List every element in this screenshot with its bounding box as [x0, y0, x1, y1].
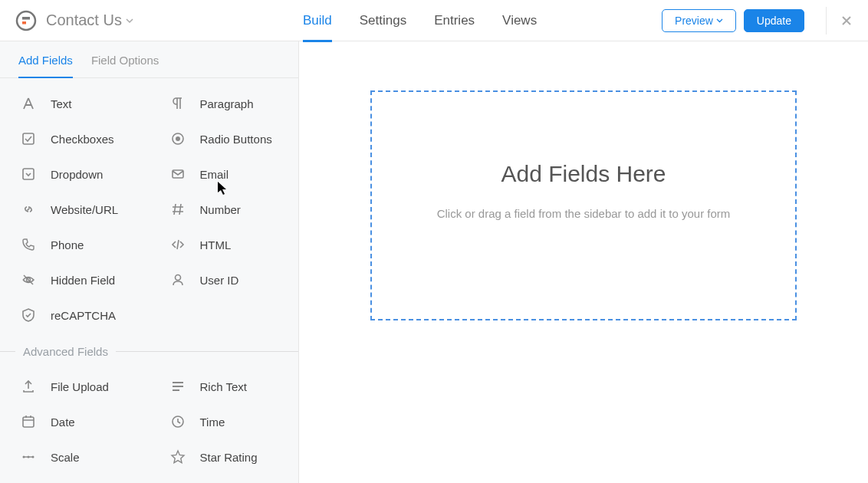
field-text[interactable]: Text — [0, 86, 150, 121]
hidden-icon — [20, 271, 37, 288]
field-website-url[interactable]: Website/URL — [0, 192, 150, 227]
svg-rect-6 — [23, 169, 34, 179]
dropzone-title: Add Fields Here — [501, 161, 666, 187]
tab-settings[interactable]: Settings — [360, 0, 406, 41]
sidebar-tabs: Add Fields Field Options — [0, 41, 298, 78]
clock-icon — [169, 413, 186, 430]
svg-rect-10 — [23, 417, 34, 427]
svg-rect-3 — [23, 133, 34, 144]
dropzone-subtitle: Click or drag a field from the sidebar t… — [437, 207, 731, 220]
svg-rect-7 — [173, 170, 183, 178]
tab-views[interactable]: Views — [502, 0, 537, 41]
field-phone[interactable]: Phone — [0, 227, 150, 262]
field-dropdown[interactable]: Dropdown — [0, 156, 150, 192]
form-canvas: Add Fields Here Click or drag a field fr… — [299, 41, 868, 483]
svg-rect-1 — [22, 17, 30, 20]
upload-icon — [20, 378, 37, 395]
dropdown-icon — [20, 166, 37, 182]
svg-point-0 — [17, 12, 35, 30]
svg-point-9 — [175, 275, 180, 281]
calendar-icon — [20, 413, 37, 430]
form-title-dropdown[interactable]: Contact Us — [46, 12, 134, 29]
field-file-upload[interactable]: File Upload — [0, 369, 150, 404]
richtext-icon — [169, 378, 186, 395]
svg-point-5 — [176, 136, 180, 141]
tab-build[interactable]: Build — [303, 0, 332, 41]
phone-icon — [20, 236, 37, 253]
field-date[interactable]: Date — [0, 404, 150, 439]
shield-icon — [20, 307, 37, 324]
link-icon — [20, 201, 37, 218]
preview-button[interactable]: Preview — [662, 9, 736, 32]
form-title-text: Contact Us — [46, 12, 122, 29]
sidebar-tab-field-options[interactable]: Field Options — [91, 41, 159, 77]
field-number[interactable]: Number — [150, 192, 299, 227]
field-recaptcha[interactable]: reCAPTCHA — [0, 297, 150, 333]
close-icon — [840, 15, 853, 27]
checkbox-icon — [20, 130, 37, 147]
field-user-id[interactable]: User ID — [150, 262, 299, 297]
chevron-down-icon — [125, 16, 134, 25]
field-checkboxes[interactable]: Checkboxes — [0, 121, 150, 156]
caret-down-icon — [716, 17, 723, 24]
header: Contact Us Build Settings Entries Views … — [0, 0, 868, 41]
workspace: Add Fields Field Options Text Paragraph … — [0, 41, 868, 483]
hash-icon — [169, 201, 186, 218]
field-radio-buttons[interactable]: Radio Buttons — [150, 121, 299, 156]
email-icon — [169, 166, 186, 182]
fields-list: Text Paragraph Checkboxes Radio Buttons … — [0, 78, 298, 483]
svg-rect-2 — [22, 21, 26, 25]
paragraph-icon — [169, 95, 186, 112]
field-time[interactable]: Time — [150, 404, 299, 439]
main-tabs: Build Settings Entries Views — [303, 0, 537, 41]
update-button[interactable]: Update — [744, 9, 804, 32]
user-icon — [169, 271, 186, 288]
field-email[interactable]: Email — [150, 156, 299, 192]
close-button[interactable] — [826, 7, 853, 34]
star-icon — [169, 449, 186, 465]
dropzone[interactable]: Add Fields Here Click or drag a field fr… — [370, 90, 797, 320]
field-paragraph[interactable]: Paragraph — [150, 86, 299, 121]
advanced-fields-section: Advanced Fields — [0, 345, 298, 358]
field-scale[interactable]: Scale — [0, 439, 150, 475]
advanced-fields-label: Advanced Fields — [15, 345, 116, 358]
sidebar-tab-add-fields[interactable]: Add Fields — [18, 41, 73, 77]
header-actions: Preview Update — [662, 7, 853, 34]
radio-icon — [169, 130, 186, 147]
field-hidden[interactable]: Hidden Field — [0, 262, 150, 297]
app-logo — [15, 10, 37, 31]
field-star-rating[interactable]: Star Rating — [150, 439, 299, 475]
field-html[interactable]: HTML — [150, 227, 299, 262]
text-icon — [20, 95, 37, 112]
sidebar: Add Fields Field Options Text Paragraph … — [0, 41, 299, 483]
code-icon — [169, 236, 186, 253]
scale-icon — [20, 449, 37, 465]
tab-entries[interactable]: Entries — [434, 0, 475, 41]
field-rich-text[interactable]: Rich Text — [150, 369, 299, 404]
